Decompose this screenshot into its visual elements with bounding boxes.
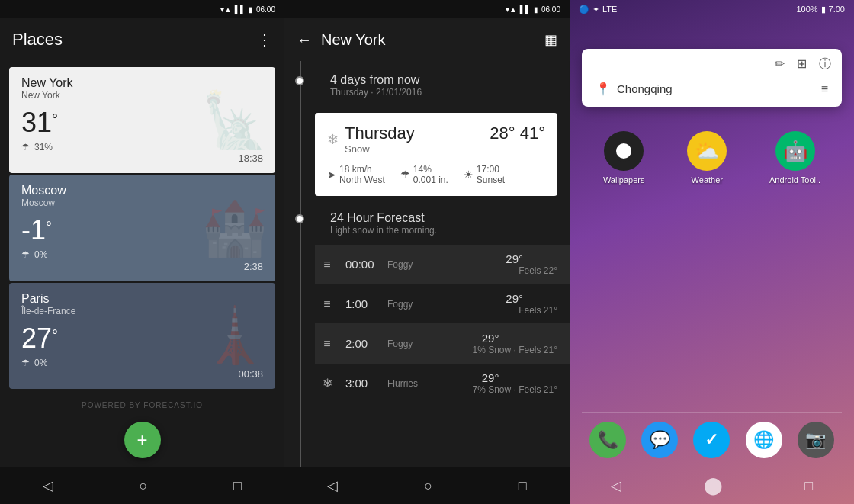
hour-condition-0: Foggy	[387, 259, 496, 270]
nav-bar-home: ◁ ⬤ □	[570, 467, 854, 504]
status-bar-home: 🔵 ✦ LTE 100% ▮ 7:00	[570, 0, 854, 18]
new-york-name: New York	[21, 76, 263, 90]
timeline-4days: 4 days from now Thursday · 21/01/2016	[315, 61, 570, 107]
data-icon: LTE	[602, 5, 617, 14]
dock-camera-button[interactable]: 📷	[798, 422, 834, 458]
camera-icon: 📷	[805, 430, 826, 450]
place-card-moscow[interactable]: 🏰 Moscow Moscow -1° ☂ 0% 2:38	[9, 175, 275, 281]
dock-messages-button[interactable]: 💬	[641, 422, 678, 458]
hour-row-0[interactable]: ≡ 00:00 Foggy 29° Feels 22°	[315, 245, 570, 284]
wind-icon: ➤	[327, 169, 336, 181]
popup-location-row: 📍 Chongqing ≡	[589, 79, 834, 99]
place-card-paris[interactable]: 🗼 Paris Île-de-France 27° ☂ 0% 00:38	[9, 283, 275, 389]
home-spacer	[570, 191, 854, 412]
popup-location-icon: 📍	[596, 82, 611, 96]
battery-icon: ▮	[249, 5, 253, 14]
nav-bar-places: ◁ ○ □	[0, 467, 284, 504]
new-york-illustration: 🗽	[201, 89, 268, 152]
forecast-24h-sub: Light snow in the morning.	[330, 225, 557, 236]
hour-time-1: 1:00	[345, 297, 387, 310]
chrome-icon: 🌐	[753, 430, 774, 450]
weather-day-row: ❄ Thursday Snow	[327, 124, 415, 155]
forecast-4days-date: Thursday · 21/01/2016	[330, 87, 557, 98]
hour-time-2: 2:00	[345, 337, 387, 350]
chart-button[interactable]: ▦	[544, 31, 557, 48]
back-nav-detail[interactable]: ◁	[327, 477, 338, 494]
back-nav-home[interactable]: ◁	[611, 477, 621, 494]
time-home: 7:00	[829, 5, 845, 14]
new-york-time: 18:38	[238, 152, 263, 164]
status-bar-places: ▾▲ ▌▌ ▮ 06:00	[0, 0, 284, 18]
timeline-section: 4 days from now Thursday · 21/01/2016 ❄ …	[284, 61, 570, 467]
back-button-detail[interactable]: ←	[297, 31, 312, 49]
hour-icon-0: ≡	[315, 258, 339, 271]
popup-grid-button[interactable]: ⊞	[797, 56, 807, 72]
recents-nav-places[interactable]: □	[233, 478, 242, 494]
home-nav-detail[interactable]: ○	[424, 478, 432, 494]
app-android-tool[interactable]: 🤖 Android Tool..	[769, 131, 820, 185]
recents-nav-home[interactable]: □	[804, 478, 813, 494]
android-inner-icon: 🤖	[783, 140, 807, 163]
sunset-info: 17:00 Sunset	[477, 164, 505, 185]
status-icons-detail: ▾▲ ▌▌ ▮ 06:00	[506, 5, 560, 14]
panel-detail: ▾▲ ▌▌ ▮ 06:00 ← New York ▦ 4 days from n…	[284, 0, 570, 504]
dock-chrome-button[interactable]: 🌐	[746, 422, 782, 458]
sunset-detail: ☀ 17:00 Sunset	[464, 164, 505, 185]
hour-forecast-rows: ≡ 00:00 Foggy 29° Feels 22° ≡ 1:00 Foggy…	[315, 245, 570, 403]
paris-time: 00:38	[238, 368, 263, 380]
add-place-button[interactable]: +	[124, 422, 161, 458]
timeline-dot-24h	[295, 214, 304, 223]
detail-city-name: New York	[321, 31, 535, 49]
battery-icon-home: ▮	[821, 5, 826, 14]
app-weather[interactable]: ⛅ Weather	[687, 131, 727, 185]
hour-icon-1: ≡	[315, 297, 339, 311]
popup-actions: ✏ ⊞ ⓘ	[589, 56, 834, 72]
wind-detail: ➤ 18 km/h North West	[327, 164, 385, 185]
weather-day-name: Thursday	[345, 124, 415, 143]
weather-day-info: Thursday Snow	[345, 124, 415, 155]
app-wallpapers[interactable]: Wallpapers	[603, 131, 645, 185]
messages-icon: 💬	[650, 430, 670, 450]
dock-tasks-button[interactable]: ✓	[693, 422, 730, 458]
places-menu-button[interactable]: ⋮	[257, 30, 272, 49]
rain-icon: ☂	[400, 169, 410, 181]
moscow-name: Moscow	[21, 184, 263, 197]
places-list: 🗽 New York New York 31° ☂ 31% 18:38 🏰 Mo…	[0, 61, 284, 395]
dock-phone-button[interactable]: 📞	[589, 422, 626, 458]
weather-temps: 28° 41°	[490, 124, 545, 143]
wallpapers-icon[interactable]	[604, 131, 644, 171]
rain-info: 14% 0.001 in.	[413, 164, 448, 185]
home-nav-places[interactable]: ○	[140, 478, 148, 494]
wifi-icon: ▾▲	[220, 5, 232, 14]
weather-app-icon[interactable]: ⛅	[687, 131, 727, 171]
panel-home: 🔵 ✦ LTE 100% ▮ 7:00 ✏ ⊞ ⓘ 📍 Chongqing ≡ …	[570, 0, 854, 504]
time-detail: 06:00	[541, 5, 560, 14]
timeline-line	[300, 61, 301, 467]
home-nav-home[interactable]: ⬤	[704, 476, 723, 496]
hour-row-2[interactable]: ≡ 2:00 Foggy 29° 1% Snow · Feels 21°	[315, 324, 570, 364]
wallpapers-inner-icon	[616, 143, 631, 159]
weather-card-thursday[interactable]: ❄ Thursday Snow 28° 41° ➤	[315, 113, 557, 196]
sun-icon: ☀	[464, 169, 474, 181]
recents-nav-detail[interactable]: □	[518, 478, 527, 494]
popup-card: ✏ ⊞ ⓘ 📍 Chongqing ≡	[582, 49, 842, 107]
moscow-time: 2:38	[244, 261, 263, 272]
status-bar-detail: ▾▲ ▌▌ ▮ 06:00	[284, 0, 570, 18]
app-grid: Wallpapers ⛅ Weather 🤖 Android Tool..	[570, 113, 854, 191]
nfc-icon: ✦	[592, 5, 599, 14]
hour-row-1[interactable]: ≡ 1:00 Foggy 29° Feels 21°	[315, 284, 570, 324]
popup-edit-button[interactable]: ✏	[775, 56, 785, 72]
hour-condition-2: Foggy	[387, 339, 472, 349]
nav-bar-detail: ◁ ○ □	[284, 467, 570, 504]
android-tool-icon[interactable]: 🤖	[775, 131, 815, 171]
rain-icon-moscow: ☂	[21, 249, 30, 260]
place-card-new-york[interactable]: 🗽 New York New York 31° ☂ 31% 18:38	[9, 67, 275, 173]
hour-row-3[interactable]: ❄ 3:00 Flurries 29° 7% Snow · Feels 21°	[315, 364, 570, 403]
popup-info-button[interactable]: ⓘ	[819, 56, 831, 72]
hour-right-3: 29° 7% Snow · Feels 21°	[472, 371, 557, 395]
weather-inner-icon: ⛅	[695, 140, 719, 163]
dock-row: 📞 💬 ✓ 🌐 📷	[570, 413, 854, 467]
popup-menu-button[interactable]: ≡	[821, 82, 828, 96]
back-nav-places[interactable]: ◁	[43, 477, 53, 494]
weather-card-left: ❄ Thursday Snow	[327, 124, 415, 155]
